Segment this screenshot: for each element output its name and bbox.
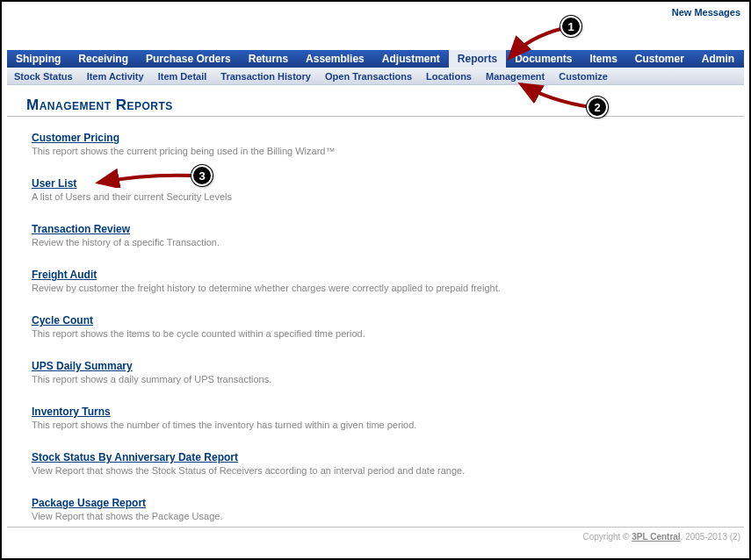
callout-2: 2	[587, 97, 608, 118]
report-list: Customer Pricing This report shows the c…	[32, 132, 732, 542]
subnav-stock-status[interactable]: Stock Status	[7, 68, 80, 84]
nav-customer[interactable]: Customer	[626, 50, 693, 68]
report-desc: Review by customer the freight history t…	[32, 283, 732, 293]
subnav-customize[interactable]: Customize	[552, 68, 615, 84]
report-link[interactable]: Stock Status By Anniversary Date Report	[32, 451, 238, 463]
nav-reports[interactable]: Reports	[449, 50, 506, 68]
report-cycle-count: Cycle Count This report shows the items …	[32, 314, 732, 339]
nav-admin[interactable]: Admin	[693, 50, 743, 68]
subnav-item-detail[interactable]: Item Detail	[151, 68, 214, 84]
page-title: Management Reports	[26, 97, 173, 114]
report-stock-status-anniversary: Stock Status By Anniversary Date Report …	[32, 451, 732, 476]
new-messages-link[interactable]: New Messages	[672, 7, 740, 18]
callout-1: 1	[560, 16, 581, 37]
report-user-list: User List A list of Users and their curr…	[32, 177, 732, 202]
nav-adjustment[interactable]: Adjustment	[373, 50, 449, 68]
report-customer-pricing: Customer Pricing This report shows the c…	[32, 132, 732, 156]
report-desc: This report shows a daily summary of UPS…	[32, 374, 732, 384]
nav-returns[interactable]: Returns	[240, 50, 297, 68]
footer-post: , 2005-2013 (2)	[681, 532, 740, 542]
report-ups-daily-summary: UPS Daily Summary This report shows a da…	[32, 360, 732, 384]
report-transaction-review: Transaction Review Review the history of…	[32, 223, 732, 248]
subnav-transaction-history[interactable]: Transaction History	[213, 68, 318, 84]
report-link[interactable]: Transaction Review	[32, 223, 130, 235]
report-desc: This report shows the current pricing be…	[32, 146, 732, 156]
report-desc: This report shows the number of times th…	[32, 420, 732, 430]
report-desc: View Report that shows the Package Usage…	[32, 511, 732, 521]
report-link[interactable]: Customer Pricing	[32, 132, 119, 144]
subnav-locations[interactable]: Locations	[419, 68, 479, 84]
report-desc: View Report that shows the Stock Status …	[32, 465, 732, 476]
report-desc: A list of Users and their current Securi…	[32, 191, 732, 202]
sub-nav: Stock Status Item Activity Item Detail T…	[7, 68, 744, 85]
report-link[interactable]: Package Usage Report	[32, 497, 146, 509]
subnav-management[interactable]: Management	[479, 68, 552, 84]
divider	[7, 116, 744, 117]
callout-3: 3	[191, 165, 213, 186]
footer-pre: Copyright ©	[582, 532, 632, 542]
report-link[interactable]: User List	[32, 177, 76, 190]
nav-documents[interactable]: Documents	[506, 50, 581, 68]
nav-purchase-orders[interactable]: Purchase Orders	[137, 50, 240, 68]
nav-assemblies[interactable]: Assemblies	[297, 50, 373, 68]
report-package-usage: Package Usage Report View Report that sh…	[32, 497, 732, 521]
subnav-open-transactions[interactable]: Open Transactions	[318, 68, 419, 84]
footer-divider	[7, 527, 744, 528]
footer: Copyright © 3PL Central, 2005-2013 (2)	[582, 532, 740, 542]
report-link[interactable]: Cycle Count	[32, 314, 93, 327]
report-desc: This report shows the items to be cycle …	[32, 328, 732, 339]
report-link[interactable]: Inventory Turns	[32, 406, 111, 418]
nav-receiving[interactable]: Receiving	[69, 50, 137, 68]
nav-shipping[interactable]: Shipping	[7, 50, 69, 68]
nav-items[interactable]: Items	[581, 50, 625, 68]
subnav-item-activity[interactable]: Item Activity	[80, 68, 151, 84]
footer-link[interactable]: 3PL Central	[632, 532, 680, 542]
report-inventory-turns: Inventory Turns This report shows the nu…	[32, 406, 732, 430]
report-link[interactable]: UPS Daily Summary	[32, 360, 133, 372]
report-link[interactable]: Freight Audit	[32, 269, 97, 281]
report-freight-audit: Freight Audit Review by customer the fre…	[32, 269, 732, 293]
main-nav: Shipping Receiving Purchase Orders Retur…	[7, 50, 744, 68]
report-desc: Review the history of a specific Transac…	[32, 237, 732, 248]
